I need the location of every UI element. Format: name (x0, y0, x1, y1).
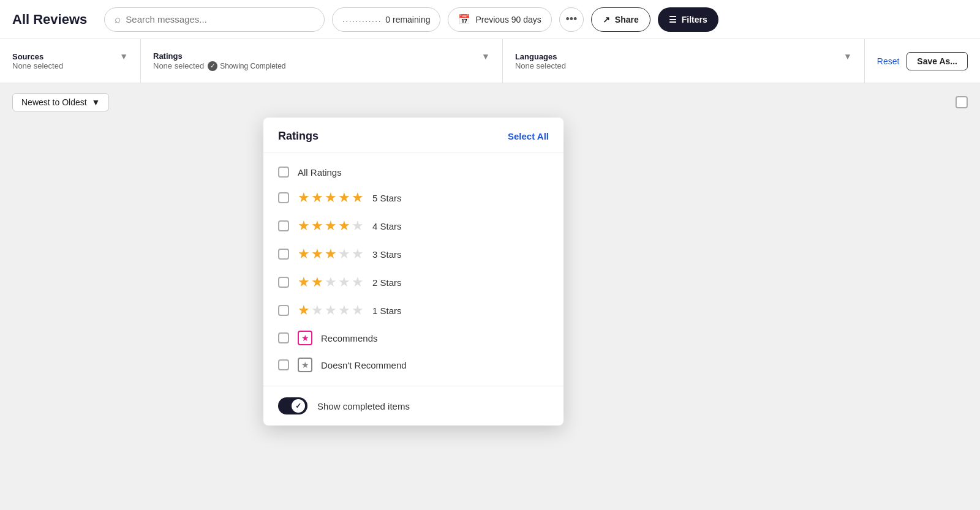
reset-link[interactable]: Reset (877, 56, 900, 66)
rating-label-recommends: Recommends (321, 333, 378, 343)
sort-bar: Newest to Oldest ▼ (0, 83, 980, 121)
dropdown-header: Ratings Select All (263, 118, 564, 153)
show-completed-toggle[interactable]: ✓ (278, 397, 307, 414)
stars-5: ★ ★ ★ ★ ★ (298, 190, 364, 206)
rating-label-doesnt-recommend: Doesn't Recommend (321, 360, 407, 370)
filters-button[interactable]: ☰ Filters (658, 7, 718, 32)
share-icon: ↗ (603, 15, 610, 24)
remaining-button[interactable]: ............ 0 remaining (332, 7, 440, 32)
ratings-filter[interactable]: Ratings ▼ None selected ✓ Showing Comple… (141, 39, 503, 83)
select-all-checkbox[interactable] (956, 96, 968, 108)
toggle-check-icon: ✓ (295, 402, 301, 410)
date-range-button[interactable]: 📅 Previous 90 days (448, 7, 551, 32)
filter-actions: Reset Save As... (865, 39, 980, 83)
rating-checkbox-doesnt-recommend[interactable] (278, 359, 289, 370)
sources-value: None selected (12, 61, 128, 70)
share-label: Share (615, 15, 639, 24)
rating-checkbox-5[interactable] (278, 192, 289, 203)
search-icon: ⌕ (115, 13, 121, 26)
calendar-icon: 📅 (458, 13, 470, 25)
stars-1: ★ ★ ★ ★ ★ (298, 302, 364, 318)
select-all-link[interactable]: Select All (508, 131, 549, 141)
ratings-chevron-icon: ▼ (481, 51, 490, 61)
rating-item-doesnt-recommend[interactable]: ★ Doesn't Recommend (263, 351, 564, 378)
rating-checkbox-3[interactable] (278, 249, 289, 260)
ratings-dropdown: Ratings Select All All Ratings ★ ★ ★ ★ ★… (263, 118, 564, 426)
languages-value: None selected (515, 61, 852, 70)
rating-item-3[interactable]: ★ ★ ★ ★ ★ 3 Stars (263, 240, 564, 268)
completed-icon: ✓ (208, 61, 217, 71)
dropdown-title: Ratings (278, 130, 318, 143)
toggle-thumb: ✓ (292, 399, 305, 413)
show-completed-label: Show completed items (317, 401, 410, 411)
rating-label-4: 4 Stars (372, 221, 402, 231)
languages-chevron-icon: ▼ (843, 51, 852, 61)
rating-item-all[interactable]: All Ratings (263, 160, 564, 184)
more-icon: ••• (565, 13, 577, 26)
rating-checkbox-recommends[interactable] (278, 332, 289, 343)
rating-label-2: 2 Stars (372, 277, 402, 288)
rating-checkbox-4[interactable] (278, 220, 289, 231)
rating-item-5[interactable]: ★ ★ ★ ★ ★ 5 Stars (263, 184, 564, 212)
languages-label: Languages (515, 52, 557, 61)
rating-item-4[interactable]: ★ ★ ★ ★ ★ 4 Stars (263, 212, 564, 240)
filters-label: Filters (682, 15, 707, 24)
rating-item-recommends[interactable]: ★ Recommends (263, 324, 564, 351)
remaining-dots: ............ (342, 15, 382, 24)
rating-checkbox-1[interactable] (278, 305, 289, 316)
recommends-icon: ★ (298, 331, 312, 345)
rating-checkbox-2[interactable] (278, 277, 289, 288)
dropdown-body: All Ratings ★ ★ ★ ★ ★ 5 Stars ★ ★ (263, 153, 564, 386)
sort-label: Newest to Oldest (21, 97, 87, 107)
ratings-value: None selected ✓ Showing Completed (153, 61, 490, 71)
rating-item-1[interactable]: ★ ★ ★ ★ ★ 1 Stars (263, 296, 564, 324)
rating-checkbox-all[interactable] (278, 167, 289, 178)
save-as-button[interactable]: Save As... (907, 52, 968, 70)
sources-filter[interactable]: Sources ▼ None selected (0, 39, 141, 83)
ratings-label: Ratings (153, 51, 183, 61)
dropdown-footer: ✓ Show completed items (263, 386, 564, 426)
sources-label: Sources (12, 52, 43, 61)
filter-bar: Sources ▼ None selected Ratings ▼ None s… (0, 39, 980, 83)
stars-2: ★ ★ ★ ★ ★ (298, 274, 364, 290)
share-button[interactable]: ↗ Share (591, 7, 650, 32)
rating-label-5: 5 Stars (372, 193, 402, 203)
page-title: All Reviews (12, 12, 87, 28)
showing-completed-badge: ✓ Showing Completed (208, 61, 285, 71)
rating-label-1: 1 Stars (372, 306, 402, 316)
rating-item-2[interactable]: ★ ★ ★ ★ ★ 2 Stars (263, 268, 564, 296)
stars-3: ★ ★ ★ ★ ★ (298, 246, 364, 262)
rating-label-all: All Ratings (298, 167, 342, 178)
date-range-label: Previous 90 days (475, 15, 541, 24)
search-input[interactable] (126, 14, 314, 24)
remaining-label: 0 remaining (385, 15, 430, 24)
content-area: Newest to Oldest ▼ your respond in Ratin… (0, 83, 980, 510)
header: All Reviews ⌕ ............ 0 remaining 📅… (0, 0, 980, 39)
sort-dropdown[interactable]: Newest to Oldest ▼ (12, 93, 109, 111)
search-bar[interactable]: ⌕ (104, 7, 325, 32)
rating-label-3: 3 Stars (372, 249, 402, 260)
more-options-button[interactable]: ••• (559, 7, 584, 32)
doesnt-recommend-icon: ★ (298, 358, 312, 372)
toggle-track: ✓ (278, 397, 307, 414)
stars-4: ★ ★ ★ ★ ★ (298, 218, 364, 234)
sources-chevron-icon: ▼ (119, 51, 128, 61)
languages-filter[interactable]: Languages ▼ None selected (503, 39, 865, 83)
filters-icon: ☰ (669, 15, 677, 24)
sort-chevron-icon: ▼ (92, 97, 100, 107)
